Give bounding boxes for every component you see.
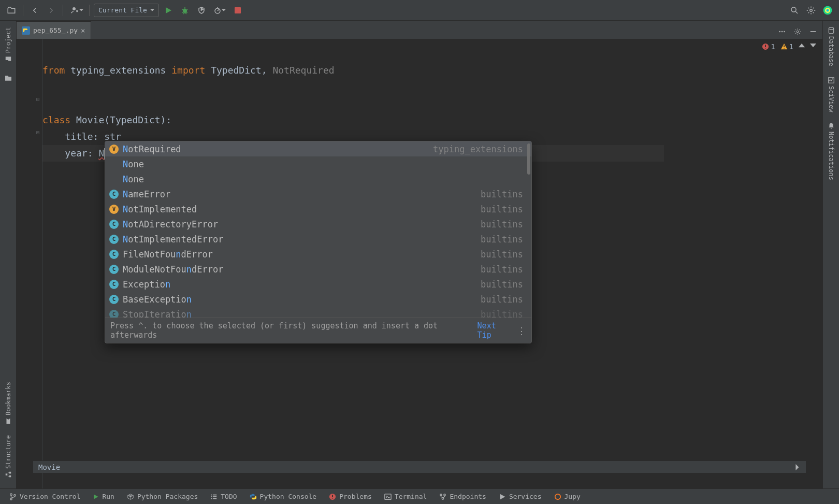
bottom-tool-terminal[interactable]: Terminal bbox=[379, 489, 432, 504]
completion-hint: Press ^. to choose the selected (or firs… bbox=[110, 321, 469, 340]
bottom-tool-endpoints[interactable]: Endpoints bbox=[434, 489, 491, 504]
warning-count[interactable]: 1 bbox=[780, 42, 793, 51]
svg-point-4 bbox=[810, 9, 813, 11]
ide-logo-icon[interactable] bbox=[820, 3, 835, 18]
tab-more-button[interactable] bbox=[775, 24, 789, 39]
run-config-label: Current File bbox=[98, 6, 147, 14]
tab-filename: pep_655_.py bbox=[33, 26, 78, 34]
bottom-tool-python-packages[interactable]: Python Packages bbox=[122, 489, 203, 504]
completion-name: NotRequired bbox=[123, 144, 181, 154]
close-tab-button[interactable]: × bbox=[81, 26, 85, 35]
left-tool-rail: Project Bookmarks Structure bbox=[0, 21, 17, 488]
run-button[interactable] bbox=[161, 3, 176, 18]
nav-back-button[interactable] bbox=[27, 3, 42, 18]
notifications-tool-button[interactable]: Notifications bbox=[828, 119, 835, 183]
completion-type-icon: C bbox=[109, 310, 119, 318]
bottom-tool-todo[interactable]: TODO bbox=[205, 489, 242, 504]
bottom-tool-run[interactable]: Run bbox=[88, 489, 119, 504]
fold-toggle[interactable]: ⊟ bbox=[36, 96, 39, 102]
editor-gutter[interactable]: ⊟ ⊟ bbox=[17, 39, 42, 488]
folder-icon[interactable] bbox=[2, 72, 15, 84]
svg-point-3 bbox=[791, 7, 796, 12]
next-tip-link[interactable]: Next Tip bbox=[478, 321, 513, 340]
completion-item[interactable]: CNotADirectoryErrorbuiltins bbox=[105, 217, 531, 232]
svg-point-19 bbox=[10, 493, 12, 495]
code-editor[interactable]: ⊟ ⊟ 1 1 from typing_extensions import Ty… bbox=[17, 39, 822, 488]
inspection-widget[interactable]: 1 1 bbox=[762, 42, 816, 51]
add-config-button[interactable] bbox=[67, 3, 85, 18]
bottom-tool-services[interactable]: Services bbox=[494, 489, 547, 504]
bottom-tool-jupy[interactable]: Jupy bbox=[549, 489, 586, 504]
bookmarks-tool-button[interactable]: Bookmarks bbox=[5, 379, 12, 428]
next-highlight-button[interactable] bbox=[810, 44, 816, 50]
tab-settings-button[interactable] bbox=[790, 24, 805, 39]
database-tool-button[interactable]: Database bbox=[828, 24, 835, 69]
svg-rect-22 bbox=[211, 494, 212, 495]
structure-label: Structure bbox=[5, 435, 12, 469]
search-everywhere-button[interactable] bbox=[787, 3, 802, 18]
completion-type-icon bbox=[109, 160, 119, 169]
bottom-tool-version-control[interactable]: Version Control bbox=[4, 489, 85, 504]
completion-type-icon: C bbox=[109, 190, 119, 199]
svg-point-14 bbox=[779, 31, 780, 33]
profiler-button[interactable] bbox=[211, 3, 228, 18]
completion-item[interactable]: CExceptionbuiltins bbox=[105, 277, 531, 292]
bottom-tool-problems[interactable]: Problems bbox=[324, 489, 377, 504]
completion-item[interactable]: CNotImplementedErrorbuiltins bbox=[105, 232, 531, 247]
bottom-tool-python-console[interactable]: Python Console bbox=[244, 489, 322, 504]
completion-type-icon: C bbox=[109, 280, 119, 289]
completion-source: builtins bbox=[481, 309, 523, 318]
project-tool-button[interactable]: Project bbox=[5, 24, 12, 66]
svg-rect-25 bbox=[213, 494, 217, 495]
svg-rect-27 bbox=[213, 498, 217, 499]
completion-source: builtins bbox=[481, 204, 523, 214]
breadcrumb-chevron-icon[interactable] bbox=[794, 464, 801, 470]
editor-tab[interactable]: pep_655_.py × bbox=[17, 21, 91, 39]
svg-point-20 bbox=[10, 498, 12, 500]
separator bbox=[23, 5, 23, 16]
completion-item[interactable]: CBaseExceptionbuiltins bbox=[105, 292, 531, 307]
completion-item[interactable]: VNotRequiredtyping_extensions bbox=[105, 141, 531, 156]
run-coverage-button[interactable] bbox=[194, 3, 209, 18]
nav-forward-button[interactable] bbox=[44, 3, 59, 18]
completion-name: NotADirectoryError bbox=[123, 219, 218, 229]
settings-button[interactable] bbox=[804, 3, 818, 18]
completion-item[interactable]: CFileNotFoundErrorbuiltins bbox=[105, 247, 531, 262]
structure-tool-button[interactable]: Structure bbox=[5, 432, 12, 481]
completion-name: NameError bbox=[123, 189, 170, 199]
completion-item[interactable]: None bbox=[105, 156, 531, 171]
completion-item[interactable]: None bbox=[105, 171, 531, 186]
completion-name: ModuleNotFoundError bbox=[123, 264, 224, 275]
run-config-dropdown[interactable]: Current File bbox=[94, 4, 159, 17]
stop-button[interactable] bbox=[230, 3, 245, 18]
completion-footer: Press ^. to choose the selected (or firs… bbox=[105, 318, 531, 343]
prev-highlight-button[interactable] bbox=[799, 44, 805, 50]
completion-item[interactable]: CStopIterationbuiltins bbox=[105, 307, 531, 318]
svg-point-30 bbox=[440, 494, 442, 496]
breadcrumb[interactable]: Movie bbox=[38, 463, 60, 471]
debug-button[interactable] bbox=[178, 3, 192, 18]
completion-more-button[interactable]: ⋮ bbox=[517, 325, 526, 336]
completion-source: typing_extensions bbox=[433, 144, 523, 154]
completion-item[interactable]: CModuleNotFoundErrorbuiltins bbox=[105, 262, 531, 277]
completion-item[interactable]: VNotImplementedbuiltins bbox=[105, 201, 531, 217]
editor-tabs: pep_655_.py × bbox=[17, 21, 822, 39]
fold-toggle[interactable]: ⊟ bbox=[36, 129, 39, 135]
completion-source: builtins bbox=[481, 264, 523, 275]
open-folder-button[interactable] bbox=[4, 3, 19, 18]
completion-name: NotImplementedError bbox=[123, 234, 223, 244]
svg-point-31 bbox=[444, 494, 446, 496]
project-label: Project bbox=[5, 27, 12, 53]
bookmarks-label: Bookmarks bbox=[5, 382, 12, 415]
svg-point-0 bbox=[183, 9, 187, 13]
completion-type-icon: C bbox=[109, 295, 119, 304]
completion-item[interactable]: CNameErrorbuiltins bbox=[105, 186, 531, 201]
sciview-tool-button[interactable]: SciView bbox=[828, 74, 835, 116]
hide-tab-button[interactable] bbox=[806, 24, 820, 39]
completion-type-icon: V bbox=[109, 145, 119, 154]
popup-scrollbar[interactable] bbox=[527, 143, 530, 175]
svg-rect-26 bbox=[213, 496, 217, 497]
error-count[interactable]: 1 bbox=[762, 42, 775, 51]
svg-rect-9 bbox=[9, 472, 11, 474]
completion-list[interactable]: VNotRequiredtyping_extensionsNoneNoneCNa… bbox=[105, 141, 531, 318]
